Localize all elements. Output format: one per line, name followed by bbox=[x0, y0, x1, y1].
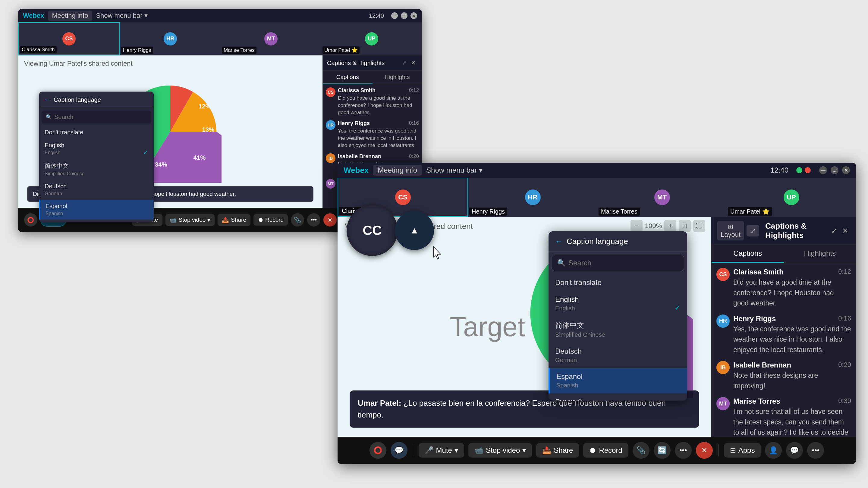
large-lang-de[interactable]: DeutschGerman bbox=[549, 343, 687, 368]
large-close-button[interactable]: ✕ bbox=[842, 166, 850, 174]
large-record-dot bbox=[805, 167, 811, 173]
large-lang-de-label: DeutschGerman bbox=[555, 347, 582, 364]
small-msg-time-2: 0:16 bbox=[409, 120, 419, 127]
small-msg-1: CS Clarissa Smith 0:12 Did you have a go… bbox=[326, 87, 419, 116]
large-participant-2[interactable]: HR Henry Riggs bbox=[468, 178, 597, 217]
small-lang-ru[interactable]: РусскийRusskiy bbox=[39, 220, 154, 222]
large-avatar-4: UP bbox=[784, 190, 799, 205]
large-show-menu-button[interactable]: Show menu bar ▾ bbox=[426, 166, 483, 174]
small-stop-video-button[interactable]: 📹 Stop video ▾ bbox=[165, 214, 215, 226]
large-time: 12:40 bbox=[770, 166, 788, 174]
large-search-input[interactable] bbox=[568, 259, 678, 267]
small-msg-avatar-1: CS bbox=[326, 87, 336, 97]
small-msg-avatar-4: MT bbox=[326, 179, 336, 189]
large-participant-4[interactable]: UP Umar Patel ⭐ bbox=[727, 178, 856, 217]
small-lang-de[interactable]: DeutschGerman bbox=[39, 180, 154, 200]
small-avatar-1: CS bbox=[62, 32, 76, 45]
pie-label-red: 12% bbox=[198, 103, 211, 110]
large-window-controls: — □ ✕ bbox=[819, 166, 850, 174]
small-msg-header-2: Henry Riggs 0:16 bbox=[338, 120, 419, 127]
large-lang-en[interactable]: EnglishEnglish ✓ bbox=[549, 291, 687, 316]
large-fullscreen-button[interactable]: ⛶ bbox=[693, 220, 705, 232]
large-participant-3[interactable]: MT Marise Torres bbox=[597, 178, 727, 217]
large-lang-none[interactable]: Don't translate bbox=[549, 274, 687, 291]
large-name-2: Henry Riggs bbox=[469, 207, 507, 216]
large-lang-none-label: Don't translate bbox=[555, 278, 601, 287]
large-back-arrow-icon[interactable]: ← bbox=[555, 237, 563, 246]
small-search-input[interactable] bbox=[54, 113, 147, 121]
large-caption-lang-header: ← Caption language bbox=[549, 231, 687, 252]
small-name-label-1: Clarissa Smith bbox=[20, 46, 57, 53]
small-show-menu-button[interactable]: Show menu bar ▾ bbox=[96, 12, 147, 20]
small-lang-zh[interactable]: 简体中文Simplified Chinese bbox=[39, 159, 154, 180]
small-time: 12:40 bbox=[369, 12, 384, 19]
small-lang-en[interactable]: EnglishEnglish ✓ bbox=[39, 139, 154, 159]
small-panel-close-button[interactable]: ✕ bbox=[409, 59, 418, 67]
small-msg-header-3: Isabelle Brennan 0:20 bbox=[338, 153, 419, 160]
small-name-label-4: Umar Patel ⭐ bbox=[322, 46, 360, 54]
large-lang-es-label: EspanolSpanish bbox=[556, 372, 583, 389]
small-lang-none-label: Don't translate bbox=[44, 129, 83, 135]
large-meeting-info-button[interactable]: Meeting info bbox=[373, 165, 422, 175]
small-tab-captions[interactable]: Captions bbox=[323, 71, 373, 84]
small-msg-name-3: Isabelle Brennan bbox=[338, 153, 381, 160]
small-msg-body-1: Clarissa Smith 0:12 Did you have a good … bbox=[338, 87, 419, 116]
cc-button-container: CC ▲ bbox=[347, 205, 434, 256]
large-search-box: 🔍 bbox=[552, 255, 684, 271]
small-caption-lang-header: ← Caption language bbox=[39, 92, 154, 108]
cc-circle-button[interactable]: CC bbox=[347, 205, 398, 256]
small-panel-expand-button[interactable]: ⤢ bbox=[400, 59, 409, 67]
large-lang-zh[interactable]: 简体中文Simplified Chinese bbox=[549, 316, 687, 343]
large-check-icon: ✓ bbox=[675, 304, 681, 312]
small-back-arrow-icon[interactable]: ← bbox=[44, 96, 51, 104]
small-clip-button[interactable]: 📎 bbox=[291, 213, 304, 227]
large-maximize-button[interactable]: □ bbox=[831, 166, 838, 174]
small-participant-thumb-4[interactable]: UP Umar Patel ⭐ bbox=[321, 22, 422, 55]
large-target-text: Target bbox=[450, 312, 525, 343]
small-msg-name-2: Henry Riggs bbox=[338, 120, 370, 127]
large-status-area bbox=[796, 167, 811, 173]
small-lang-none[interactable]: Don't translate bbox=[39, 126, 154, 139]
small-lang-en-label: EnglishEnglish bbox=[44, 142, 64, 156]
small-msg-text-1: Did you have a good time at the conferen… bbox=[338, 95, 419, 116]
large-caption-text: ¿Lo pasaste bien en la conferencia? Espe… bbox=[358, 398, 666, 419]
small-end-call-button[interactable]: ✕ bbox=[323, 213, 337, 227]
large-name-4: Umar Patel ⭐ bbox=[728, 207, 772, 216]
small-record-button[interactable]: ⏺ Record bbox=[253, 214, 288, 226]
small-caption-lang-title: Caption language bbox=[54, 96, 101, 103]
large-minimize-button[interactable]: — bbox=[819, 166, 827, 174]
small-avatar-2: HR bbox=[164, 32, 177, 45]
small-maximize-button[interactable]: □ bbox=[401, 12, 407, 19]
small-lang-es[interactable]: EspanolSpanish bbox=[39, 200, 154, 220]
small-panel-tabs: Captions Highlights bbox=[323, 71, 422, 84]
small-close-button[interactable]: ✕ bbox=[410, 12, 417, 19]
small-more-button[interactable]: ••• bbox=[307, 213, 320, 227]
cc-chevron-icon: ▲ bbox=[410, 225, 419, 235]
small-lang-zh-label: 简体中文Simplified Chinese bbox=[44, 162, 85, 176]
small-activity-button[interactable]: ⭕ bbox=[24, 213, 37, 227]
large-lang-ru-label: РусскийRusskiy bbox=[555, 398, 582, 401]
cc-expand-button[interactable]: ▲ bbox=[395, 211, 434, 250]
large-lang-list: Don't translate EnglishEnglish ✓ 简体中文Sim… bbox=[549, 274, 687, 401]
large-webex-logo: Webex bbox=[344, 166, 369, 175]
small-participant-thumb-2[interactable]: HR Henry Riggs bbox=[120, 22, 221, 55]
small-avatar-4: UP bbox=[365, 32, 378, 45]
large-lang-ru[interactable]: РусскийRusskiy bbox=[549, 393, 687, 401]
small-participant-thumb[interactable]: CS Clarissa Smith bbox=[18, 22, 120, 55]
large-lang-es[interactable]: EspanolSpanish bbox=[549, 368, 687, 393]
small-share-button[interactable]: 📤 Share bbox=[218, 214, 250, 226]
large-titlebar: Webex Meeting info Show menu bar ▾ 12:40… bbox=[338, 163, 856, 178]
small-name-label-3: Marise Torres bbox=[222, 47, 256, 54]
small-check-icon: ✓ bbox=[143, 149, 148, 156]
small-msg-2: HR Henry Riggs 0:16 Yes, the conference … bbox=[326, 120, 419, 149]
large-avatar-1: CS bbox=[395, 190, 411, 205]
small-search-box: 🔍 bbox=[41, 110, 151, 124]
small-minimize-button[interactable]: — bbox=[391, 12, 398, 19]
small-meeting-info-button[interactable]: Meeting info bbox=[48, 10, 93, 21]
small-msg-avatar-3: IB bbox=[326, 153, 336, 163]
pie-label-purple: 41% bbox=[193, 155, 206, 161]
small-tab-highlights[interactable]: Highlights bbox=[373, 71, 422, 84]
cc-label: CC bbox=[363, 223, 382, 238]
small-participant-thumb-3[interactable]: MT Marise Torres bbox=[221, 22, 321, 55]
small-lang-list: Don't translate EnglishEnglish ✓ 简体中文Sim… bbox=[39, 126, 154, 222]
